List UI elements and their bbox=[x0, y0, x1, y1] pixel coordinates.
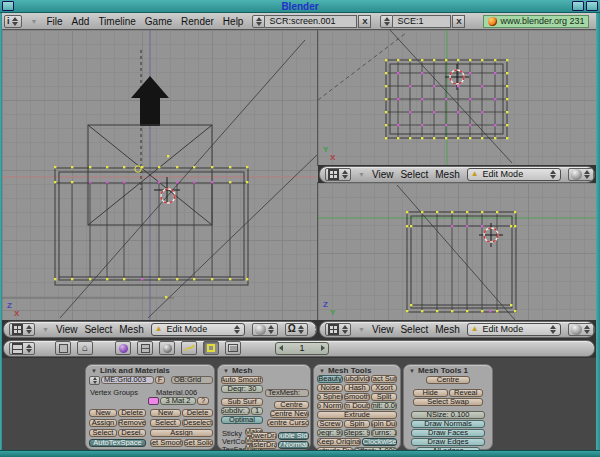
mode-dropdown[interactable]: ▲ Edit Mode bbox=[467, 323, 561, 336]
flip-normals-button[interactable]: Flip Normals bbox=[317, 402, 343, 410]
menu-add[interactable]: Add bbox=[72, 16, 90, 27]
scene-browser[interactable]: SCE:1 X bbox=[380, 15, 465, 28]
vgroup-assign-button[interactable]: Assign bbox=[89, 419, 117, 427]
viewport-type-button[interactable] bbox=[9, 323, 35, 336]
material-new-button[interactable]: New bbox=[150, 409, 181, 417]
scene-context-button[interactable] bbox=[225, 341, 241, 355]
texmesh-field[interactable]: TexMesh: bbox=[265, 389, 309, 397]
draw-edges-toggle[interactable]: Draw Edges bbox=[411, 438, 485, 446]
slowerdraw-button[interactable]: SlowerDraw bbox=[251, 432, 277, 440]
turns-field[interactable]: Turns: 1 bbox=[371, 429, 397, 437]
frame-number-field[interactable]: 1 bbox=[275, 342, 329, 355]
menu-view[interactable]: View bbox=[372, 324, 394, 335]
screw-button[interactable]: Screw bbox=[317, 420, 343, 428]
menu-view[interactable]: View bbox=[56, 324, 78, 335]
menu-mesh[interactable]: Mesh bbox=[435, 169, 459, 180]
menu-select[interactable]: Select bbox=[400, 324, 428, 335]
material-help-button[interactable]: ? bbox=[197, 397, 209, 405]
draw-type-button[interactable] bbox=[252, 323, 278, 336]
draw-type-button[interactable] bbox=[568, 168, 594, 181]
menu-select[interactable]: Select bbox=[84, 324, 112, 335]
viewport-type-button[interactable] bbox=[325, 168, 351, 181]
collapse-triangle-icon[interactable]: ▼ bbox=[358, 326, 365, 333]
window-type-button[interactable] bbox=[9, 342, 35, 355]
autotexspace-toggle[interactable]: AutoTexSpace bbox=[89, 439, 146, 447]
close-button[interactable] bbox=[586, 1, 598, 11]
menu-timeline[interactable]: Timeline bbox=[98, 16, 135, 27]
subsurf-toggle[interactable]: Sub Surf bbox=[221, 398, 263, 406]
viewport-type-button[interactable] bbox=[325, 323, 351, 336]
viewport-front[interactable]: Z X bbox=[2, 30, 318, 320]
centre-cursor-button[interactable]: Centre Cursor bbox=[267, 419, 309, 427]
spin-dup-button[interactable]: Spin Dup bbox=[371, 420, 397, 428]
steps-field[interactable]: Steps: 9 bbox=[344, 429, 370, 437]
centre-button[interactable]: Centre bbox=[274, 401, 309, 409]
hash-button[interactable]: Hash bbox=[344, 384, 370, 392]
editing-context-button[interactable] bbox=[203, 341, 219, 355]
window-border-left[interactable] bbox=[0, 13, 2, 450]
material-color-swatch[interactable] bbox=[148, 397, 159, 405]
menu-render[interactable]: Render bbox=[181, 16, 214, 27]
fake-user-button[interactable]: F bbox=[155, 376, 165, 384]
collapse-triangle-icon[interactable]: ▼ bbox=[42, 326, 49, 333]
material-assign-button[interactable]: Assign bbox=[150, 429, 213, 437]
centre-button[interactable]: Centre bbox=[426, 376, 470, 384]
screen-delete-button[interactable]: X bbox=[358, 15, 371, 28]
mesh-datablock-field[interactable]: ME:Grid.003 bbox=[101, 376, 154, 384]
nsize-field[interactable]: NSize: 0.100 bbox=[411, 411, 485, 419]
menu-select[interactable]: Select bbox=[400, 169, 428, 180]
keep-original-toggle[interactable]: Keep Original bbox=[317, 438, 361, 446]
set-smooth-button[interactable]: Set Smooth bbox=[150, 439, 183, 447]
degr-field[interactable]: Degr: 90 bbox=[317, 429, 343, 437]
subdiv-render-field[interactable]: 1 bbox=[251, 407, 263, 415]
panel-header[interactable]: ▼Mesh Tools bbox=[319, 366, 371, 375]
menu-view[interactable]: View bbox=[372, 169, 394, 180]
panel-collapse-icon[interactable]: ▼ bbox=[409, 368, 415, 374]
panel-collapse-icon[interactable]: ▼ bbox=[223, 368, 229, 374]
panel-header[interactable]: ▼Mesh bbox=[223, 366, 252, 375]
menu-mesh[interactable]: Mesh bbox=[435, 324, 459, 335]
panel-header[interactable]: ▼Link and Materials bbox=[91, 366, 170, 375]
fract-subd-button[interactable]: Fract Subd bbox=[371, 375, 397, 383]
fasterdraw-button[interactable]: FasterDraw bbox=[251, 441, 277, 449]
subdivide-button[interactable]: Subdivide bbox=[344, 375, 370, 383]
menu-mesh[interactable]: Mesh bbox=[119, 324, 143, 335]
degr-field[interactable]: Degr: 30 bbox=[221, 385, 263, 393]
window-border-bottom[interactable] bbox=[0, 450, 600, 457]
mode-dropdown[interactable]: ▲ Edit Mode bbox=[151, 323, 245, 336]
collapse-triangle-icon[interactable]: ▼ bbox=[358, 171, 365, 178]
mode-dropdown[interactable]: ▲ Edit Mode bbox=[467, 168, 561, 181]
draw-faces-toggle[interactable]: Draw Faces bbox=[411, 429, 485, 437]
vgroup-delete-button[interactable]: Delete bbox=[118, 409, 146, 417]
maximize-button[interactable] bbox=[572, 1, 584, 11]
material-delete-button[interactable]: Delete bbox=[182, 409, 213, 417]
vgroup-deselect-button[interactable]: Desel. bbox=[118, 429, 146, 437]
spin-button[interactable]: Spin bbox=[344, 420, 370, 428]
collapse-triangle-icon[interactable]: ▼ bbox=[31, 18, 38, 25]
material-deselect-button[interactable]: Deselect bbox=[182, 419, 213, 427]
material-index-field[interactable]: 3 Mat 2 bbox=[160, 397, 196, 405]
vgroup-remove-button[interactable]: Remove bbox=[118, 419, 146, 427]
screen-name-field[interactable]: SCR:screen.001 bbox=[265, 15, 357, 28]
menu-file[interactable]: File bbox=[46, 16, 62, 27]
logic-context-button[interactable] bbox=[115, 341, 131, 355]
split-button[interactable]: Split bbox=[371, 393, 397, 401]
scene-name-field[interactable]: SCE:1 bbox=[393, 15, 451, 28]
centre-new-button[interactable]: Centre New bbox=[270, 410, 309, 418]
object-name-field[interactable]: OB:Grid bbox=[171, 376, 213, 384]
pivot-button[interactable]: Ω bbox=[285, 323, 308, 336]
draw-type-button[interactable] bbox=[568, 323, 594, 336]
window-border-right[interactable] bbox=[596, 13, 600, 450]
beauty-toggle[interactable]: Beauty bbox=[317, 375, 343, 383]
xsort-button[interactable]: Xsort bbox=[371, 384, 397, 392]
viewport-side[interactable]: Z Y bbox=[318, 183, 596, 320]
viewport-top[interactable]: Y X bbox=[318, 30, 596, 165]
noise-button[interactable]: Noise bbox=[317, 384, 343, 392]
frame-increment-icon[interactable] bbox=[321, 345, 325, 351]
screen-browser[interactable]: SCR:screen.001 X bbox=[252, 15, 371, 28]
panel-collapse-icon[interactable]: ▼ bbox=[91, 368, 97, 374]
vgroup-select-button[interactable]: Select bbox=[89, 429, 117, 437]
home-button[interactable]: ⌂ bbox=[77, 341, 93, 355]
window-titlebar[interactable]: Blender bbox=[0, 0, 600, 13]
limit-field[interactable]: Limit: 0.001 bbox=[371, 402, 397, 410]
